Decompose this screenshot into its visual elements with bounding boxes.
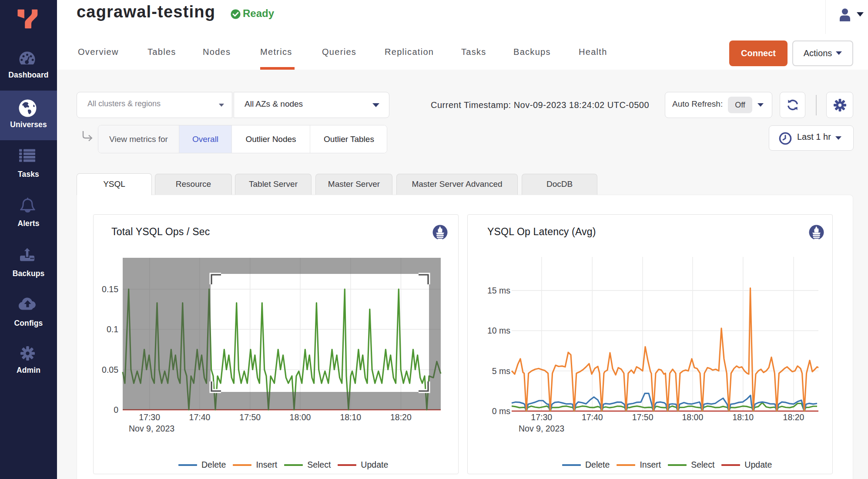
svg-text:15 ms: 15 ms bbox=[487, 286, 510, 295]
svg-text:Nov 9, 2023: Nov 9, 2023 bbox=[129, 424, 174, 433]
svg-text:17:30: 17:30 bbox=[531, 412, 552, 422]
svg-text:0.05: 0.05 bbox=[102, 365, 118, 374]
svg-text:17:30: 17:30 bbox=[139, 412, 160, 422]
svg-text:18:00: 18:00 bbox=[290, 412, 311, 422]
svg-text:18:10: 18:10 bbox=[732, 412, 754, 422]
svg-text:18:20: 18:20 bbox=[783, 412, 804, 422]
svg-text:0.1: 0.1 bbox=[107, 324, 118, 334]
svg-text:17:50: 17:50 bbox=[239, 412, 261, 422]
svg-text:18:00: 18:00 bbox=[682, 412, 703, 422]
svg-text:18:10: 18:10 bbox=[340, 412, 361, 422]
svg-text:17:40: 17:40 bbox=[189, 412, 211, 422]
svg-text:10 ms: 10 ms bbox=[487, 326, 510, 335]
svg-text:0 ms: 0 ms bbox=[492, 406, 511, 416]
svg-text:18:20: 18:20 bbox=[390, 412, 412, 422]
svg-text:5 ms: 5 ms bbox=[492, 366, 511, 376]
svg-text:17:40: 17:40 bbox=[582, 412, 603, 422]
svg-text:0.15: 0.15 bbox=[102, 284, 118, 294]
svg-text:17:50: 17:50 bbox=[632, 412, 654, 422]
svg-text:0: 0 bbox=[114, 405, 118, 415]
svg-text:Nov 9, 2023: Nov 9, 2023 bbox=[519, 424, 564, 433]
